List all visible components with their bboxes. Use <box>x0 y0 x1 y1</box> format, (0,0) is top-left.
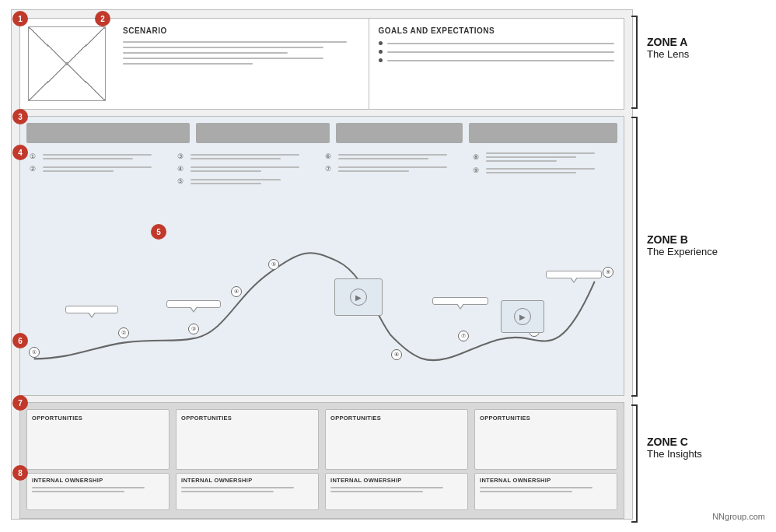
ownership-row: INTERNAL OWNERSHIP INTERNAL OWNERSHIP IN… <box>20 473 624 516</box>
zone-b-title: ZONE B <box>647 233 718 246</box>
line <box>191 179 281 180</box>
goals-title: GOALS AND EXPECTATIONS <box>379 26 615 35</box>
item-row: ⑦ <box>325 165 467 173</box>
num-5: 5 <box>151 224 166 240</box>
line <box>191 166 299 168</box>
line <box>486 152 595 154</box>
line <box>330 487 443 488</box>
journey-point-2: ② <box>118 327 129 338</box>
zone-b-sublabel: The Experience <box>647 246 718 257</box>
line <box>338 154 447 156</box>
scenario-title: SCENARIO <box>123 26 359 35</box>
bullet-dot <box>379 50 383 54</box>
num-8: 8 <box>12 465 28 481</box>
play-icon-1: ▶ <box>350 289 367 306</box>
journey-point-6: ⑥ <box>391 349 402 360</box>
zone-a: 1 2 SCENARIO GOALS AND EXPECTATIONS <box>19 18 624 110</box>
play-icon-2: ▶ <box>514 308 531 325</box>
own-box-3: INTERNAL OWNERSHIP <box>325 473 468 510</box>
speech-bubble-3 <box>432 297 488 305</box>
line <box>191 170 261 172</box>
zone-b-label: ZONE B The Experience <box>647 233 718 257</box>
line <box>43 158 133 159</box>
tab-1 <box>26 123 190 143</box>
zone-c-sublabel: The Insights <box>647 448 702 460</box>
bullet-dot <box>379 41 383 45</box>
item-row: ⑨ <box>473 166 614 174</box>
items-col-3: ⑥ ⑦ <box>322 149 470 216</box>
opp-box-2: OPPORTUNITIES <box>176 409 319 470</box>
line <box>123 41 347 43</box>
line <box>123 47 323 48</box>
num-1: 1 <box>12 11 28 26</box>
line <box>486 168 595 170</box>
line <box>387 43 615 44</box>
line <box>486 172 576 173</box>
num-6: 6 <box>12 333 28 348</box>
line <box>123 58 323 59</box>
line <box>338 170 409 172</box>
items-grid: ① ② ③ <box>20 146 624 216</box>
journey-point-7: ⑦ <box>458 331 469 341</box>
zone-b: 3 4 5 6 ① <box>19 116 624 396</box>
tab-bar <box>20 117 624 146</box>
opp-box-4: OPPORTUNITIES <box>474 409 617 470</box>
speech-bubble-4 <box>546 271 602 278</box>
line <box>338 166 447 168</box>
zone-c-bracket <box>636 404 638 523</box>
own-box-4: INTERNAL OWNERSHIP <box>474 473 617 510</box>
item-row: ① <box>30 152 171 160</box>
video-box-1[interactable]: ▶ <box>334 278 383 316</box>
journey-point-1: ① <box>29 347 40 358</box>
num-3: 3 <box>12 109 28 124</box>
line <box>480 491 572 492</box>
items-col-1: ① ② <box>26 149 174 216</box>
tab-3 <box>336 123 463 143</box>
scenario-lines <box>123 41 359 65</box>
zone-a-goals: GOALS AND EXPECTATIONS <box>369 19 624 109</box>
main-container: 1 2 SCENARIO GOALS AND EXPECTATIONS <box>11 9 633 520</box>
zone-c-title: ZONE C <box>647 436 702 448</box>
goal-line-1 <box>379 41 615 45</box>
item-row: ③ <box>177 152 319 160</box>
own-box-2: INTERNAL OWNERSHIP <box>176 473 319 510</box>
nngroup-label: NNgroup.com <box>712 512 765 521</box>
line <box>387 51 615 53</box>
line <box>486 160 557 162</box>
journey-point-9: ⑨ <box>603 267 613 278</box>
line <box>191 183 261 184</box>
opp-box-3: OPPORTUNITIES <box>325 409 468 470</box>
line <box>486 156 576 158</box>
item-row: ⑤ <box>177 177 319 185</box>
line <box>387 60 615 61</box>
zone-a-placeholder-image <box>28 26 106 101</box>
zone-c-label: ZONE C The Insights <box>647 436 702 460</box>
num-7: 7 <box>12 395 28 411</box>
items-col-4: ⑧ ⑨ <box>470 149 617 216</box>
line <box>123 52 288 54</box>
item-row: ⑧ <box>473 152 614 162</box>
video-box-2[interactable]: ▶ <box>501 300 544 333</box>
line <box>330 491 423 492</box>
speech-bubble-2 <box>166 300 221 308</box>
tab-4 <box>469 123 617 143</box>
line <box>43 170 114 172</box>
num-4: 4 <box>12 145 28 160</box>
line <box>32 487 145 488</box>
line <box>32 491 124 492</box>
zone-a-label: ZONE A The Lens <box>647 36 689 60</box>
tab-2 <box>196 123 330 143</box>
zone-a-bracket <box>636 16 638 109</box>
line <box>181 487 294 488</box>
line <box>338 158 428 159</box>
own-box-1: INTERNAL OWNERSHIP <box>26 473 170 510</box>
zone-c: 7 8 OPPORTUNITIES OPPORTUNITIES OPPORTUN… <box>19 402 624 519</box>
journey-point-3: ③ <box>188 324 199 334</box>
opportunities-row: OPPORTUNITIES OPPORTUNITIES OPPORTUNITIE… <box>20 403 624 473</box>
journey-point-4: ④ <box>231 286 242 297</box>
item-row: ④ <box>177 165 319 173</box>
goal-line-3 <box>379 58 615 62</box>
goal-line-2 <box>379 50 615 54</box>
zone-a-title: ZONE A <box>647 36 689 48</box>
speech-bubble-1 <box>65 306 118 313</box>
